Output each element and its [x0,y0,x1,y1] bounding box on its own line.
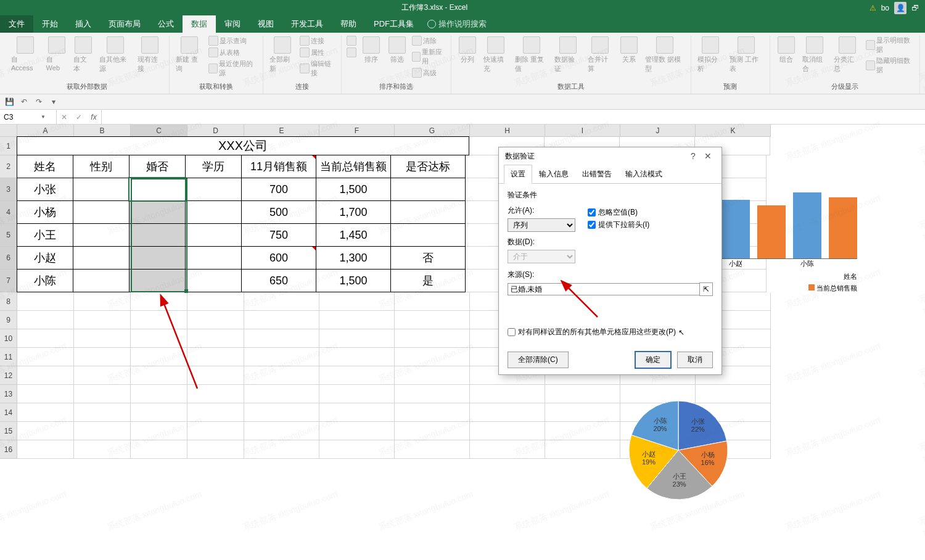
cell[interactable] [319,311,395,329]
dialog-tab-input[interactable]: 输入信息 [532,165,575,184]
from-table-button[interactable]: 从表格 [207,47,259,58]
table-cell[interactable] [129,246,186,270]
tab-pdf[interactable]: PDF工具集 [365,15,422,33]
cell[interactable] [74,366,131,385]
cell[interactable] [17,440,74,459]
cancel-button[interactable]: 取消 [677,352,713,368]
from-other-button[interactable]: 自其他来源 [97,35,134,75]
dialog-tab-settings[interactable]: 设置 [504,165,532,184]
properties-button[interactable]: 属性 [298,47,337,58]
cancel-formula-icon[interactable]: ✕ [57,113,72,121]
cell[interactable] [187,440,244,459]
show-detail-button[interactable]: 显示明细数据 [865,35,916,55]
cell[interactable] [187,348,244,366]
cell[interactable] [187,385,244,403]
table-cell[interactable] [390,178,466,201]
tab-view[interactable]: 视图 [249,15,282,33]
sort-za-button[interactable] [345,47,358,58]
formula-input[interactable] [102,110,925,124]
cell[interactable] [319,385,395,403]
recent-src-button[interactable]: 最近使用的源 [207,59,259,78]
cell[interactable] [131,329,187,348]
cell[interactable] [17,311,74,329]
tab-file[interactable]: 文件 [0,15,33,33]
cell[interactable] [187,311,244,329]
cell[interactable] [244,311,319,329]
consolidate-button[interactable]: 合并计算 [585,35,615,75]
cell[interactable] [470,385,545,403]
table-cell[interactable] [73,200,130,224]
range-picker-icon[interactable]: ⇱ [699,282,713,296]
redo-icon[interactable]: ↷ [33,96,44,107]
existing-conn-button[interactable]: 现有连接 [135,35,165,75]
cell[interactable] [319,366,395,385]
hide-detail-button[interactable]: 隐藏明细数据 [865,56,916,75]
table-cell[interactable] [73,178,130,201]
cell[interactable] [131,385,187,403]
cell[interactable] [319,292,395,311]
col-header[interactable]: A [17,125,74,137]
table-cell[interactable]: 否 [390,246,466,270]
edit-links-button[interactable]: 编辑链接 [298,59,337,78]
data-model-button[interactable]: 管理数 据模型 [643,35,687,75]
cell[interactable] [17,348,74,366]
cell[interactable] [395,348,470,366]
cell[interactable] [187,292,244,311]
cell[interactable] [244,348,319,366]
data-validation-button[interactable]: 数据验 证 [552,35,584,75]
pie-chart[interactable]: 小张22%小杨16%小王23%小赵19%小陈20% [610,389,746,524]
reapply-button[interactable]: 重新应用 [411,47,446,67]
col-header[interactable]: C [131,125,187,137]
cell[interactable] [131,292,187,311]
table-cell[interactable] [129,178,186,201]
refresh-all-button[interactable]: 全部刷新 [267,35,298,75]
table-cell[interactable] [129,200,186,224]
table-cell[interactable]: 1,450 [316,223,391,247]
col-header[interactable]: I [545,125,620,137]
chevron-down-icon[interactable]: ▼ [41,114,46,120]
sort-button[interactable]: 排序 [359,35,384,65]
table-cell[interactable] [390,200,466,224]
apply-all-checkbox[interactable] [508,328,516,336]
accept-formula-icon[interactable]: ✓ [72,113,86,121]
cell[interactable] [17,403,74,422]
cell[interactable] [395,385,470,403]
dialog-tab-ime[interactable]: 输入法模式 [619,165,669,184]
source-input[interactable] [508,283,700,295]
cell[interactable] [131,348,187,366]
text-to-columns-button[interactable]: 分列 [455,35,480,65]
table-cell[interactable] [129,269,186,292]
from-web-button[interactable]: 自 Web [44,35,70,73]
cell[interactable] [244,366,319,385]
tell-me[interactable]: 操作说明搜索 [422,15,491,33]
table-header[interactable]: 11月销售额 [241,155,316,178]
col-header[interactable]: D [187,125,244,137]
clear-filter-button[interactable]: 清除 [411,35,446,46]
col-header[interactable]: H [470,125,545,137]
table-header[interactable]: 婚否 [129,155,186,178]
table-cell[interactable] [185,246,242,270]
cell[interactable] [319,440,395,459]
cell[interactable] [319,422,395,440]
undo-icon[interactable]: ↶ [18,96,30,107]
tab-dev[interactable]: 开发工具 [282,15,332,33]
table-title[interactable]: XXX公司 [17,136,469,155]
cell[interactable] [244,329,319,348]
cell[interactable] [187,422,244,440]
col-header[interactable]: F [319,125,395,137]
cell[interactable] [74,440,131,459]
show-queries-button[interactable]: 显示查询 [207,35,259,46]
cell[interactable] [244,385,319,403]
tab-review[interactable]: 审阅 [216,15,249,33]
cell[interactable] [187,366,244,385]
col-header[interactable]: B [74,125,131,137]
avatar[interactable]: 👤 [894,2,906,14]
table-cell[interactable]: 小杨 [17,200,73,224]
cell[interactable] [74,422,131,440]
table-cell[interactable] [129,223,186,247]
cell[interactable] [131,440,187,459]
table-cell[interactable]: 700 [241,178,316,201]
table-cell[interactable]: 1,300 [316,246,391,270]
table-cell[interactable] [185,223,242,247]
table-cell[interactable]: 650 [241,269,316,292]
